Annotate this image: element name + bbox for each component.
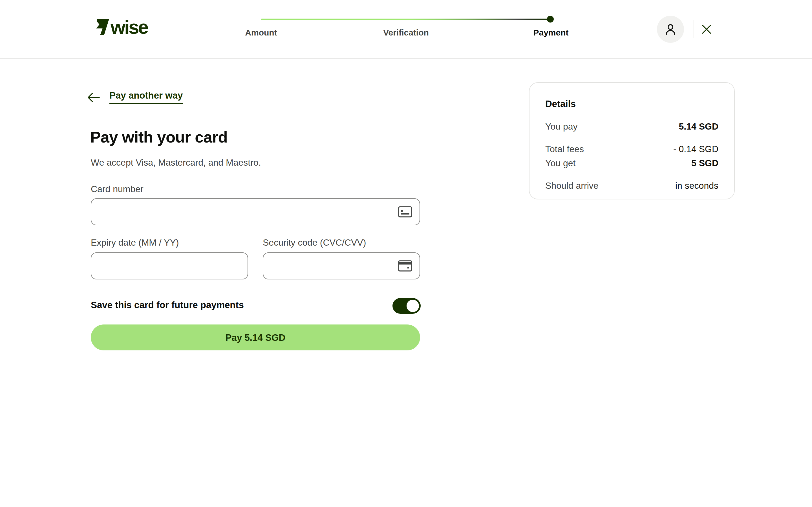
total-fees-value: - 0.14 SGD	[673, 144, 718, 154]
card-number-label: Card number	[91, 184, 144, 194]
you-pay-value: 5.14 SGD	[679, 122, 718, 132]
card-number-field-wrap	[91, 198, 420, 225]
cvc-label: Security code (CVC/CVV)	[263, 238, 366, 248]
cvc-field-wrap	[263, 252, 420, 279]
wise-flag-icon	[95, 18, 110, 36]
detail-row-should-arrive: Should arrive in seconds	[545, 181, 718, 191]
detail-row-you-pay: You pay 5.14 SGD	[545, 122, 718, 132]
save-card-toggle[interactable]	[393, 298, 421, 314]
close-icon	[702, 24, 712, 34]
save-card-label: Save this card for future payments	[91, 300, 244, 311]
detail-row-you-get: You get 5 SGD	[545, 158, 718, 168]
header-divider	[694, 20, 694, 38]
progress-stepper: Amount Verification Payment	[261, 0, 551, 59]
user-avatar-icon	[664, 22, 677, 36]
you-pay-label: You pay	[545, 122, 578, 132]
expiry-input[interactable]	[91, 252, 248, 279]
step-payment[interactable]: Payment	[533, 27, 568, 37]
back-row: Pay another way	[87, 90, 183, 104]
you-get-value: 5 SGD	[691, 158, 718, 168]
wise-payment-page: wise Amount Verification Payment	[0, 0, 812, 507]
detail-row-total-fees: Total fees - 0.14 SGD	[545, 144, 718, 154]
expiry-label: Expiry date (MM / YY)	[91, 238, 179, 248]
toggle-knob	[407, 300, 419, 312]
wise-wordmark: wise	[110, 18, 147, 36]
details-title: Details	[545, 99, 718, 109]
cvc-input[interactable]	[263, 252, 420, 279]
card-number-input[interactable]	[91, 198, 420, 225]
progress-current-dot	[547, 16, 554, 22]
page-title: Pay with your card	[90, 128, 227, 147]
avatar[interactable]	[657, 16, 684, 43]
wise-logo[interactable]: wise	[95, 18, 147, 36]
header: wise Amount Verification Payment	[0, 0, 812, 59]
should-arrive-value: in seconds	[675, 181, 718, 191]
should-arrive-label: Should arrive	[545, 181, 599, 191]
back-button[interactable]	[87, 91, 100, 103]
details-card: Details You pay 5.14 SGD Total fees - 0.…	[529, 82, 735, 200]
close-button[interactable]	[699, 22, 714, 37]
total-fees-label: Total fees	[545, 144, 584, 154]
page-subtitle: We accept Visa, Mastercard, and Maestro.	[91, 158, 261, 168]
step-verification[interactable]: Verification	[383, 27, 429, 37]
pay-button[interactable]: Pay 5.14 SGD	[91, 325, 420, 350]
step-amount[interactable]: Amount	[245, 27, 277, 37]
progress-line	[261, 18, 551, 20]
you-get-label: You get	[545, 158, 575, 168]
back-arrow-icon	[87, 92, 100, 102]
expiry-field-wrap	[91, 252, 248, 279]
pay-another-way-link[interactable]: Pay another way	[109, 90, 183, 104]
